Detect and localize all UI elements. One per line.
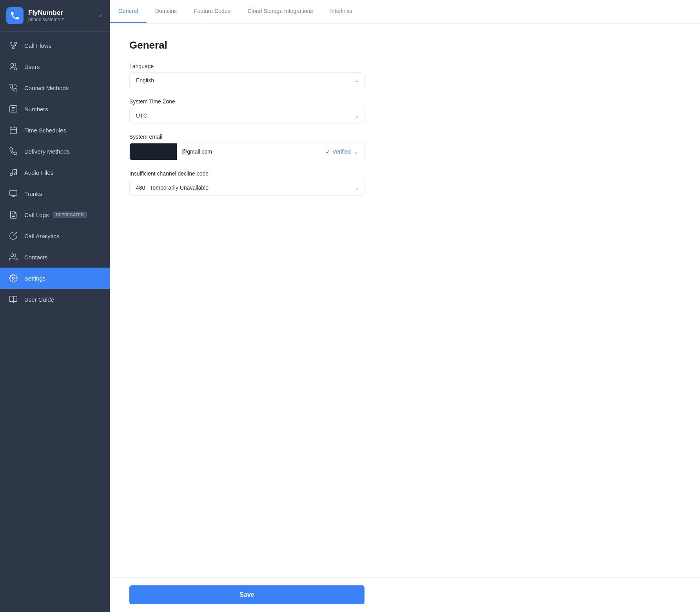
decline-code-label: Insufficient channel decline code [129, 170, 365, 177]
sidebar-item-label: Call Analytics [24, 233, 59, 239]
email-verified-status: ✓ Verified ⌄ [325, 148, 364, 156]
tab-general[interactable]: General [110, 0, 147, 23]
timezone-select[interactable]: UTC [129, 108, 365, 123]
email-label: System email [129, 134, 365, 140]
decline-code-select[interactable]: 480 - Temporarily Unavailable [129, 180, 365, 196]
settings-content: General Language English ⌄ System Time Z… [110, 24, 384, 577]
sidebar-item-call-analytics[interactable]: Call Analytics [0, 225, 110, 246]
language-section: Language English ⌄ [129, 63, 365, 88]
audio-files-icon [8, 167, 19, 178]
tab-cloud-storage[interactable]: Cloud Storage Integrations [239, 0, 322, 23]
top-nav: General Domains Feature Codes Cloud Stor… [110, 0, 700, 24]
language-label: Language [129, 63, 365, 69]
call-logs-icon [8, 209, 19, 220]
sidebar-item-time-schedules[interactable]: Time Schedules [0, 120, 110, 141]
users-icon [8, 61, 19, 72]
brand-sub: phone.systems™ [28, 17, 98, 22]
call-flows-icon [8, 40, 19, 51]
tab-interlinks[interactable]: Interlinks [321, 0, 361, 23]
svg-point-15 [11, 254, 14, 257]
sidebar-item-label: Time Schedules [24, 127, 66, 134]
svg-point-11 [15, 173, 17, 175]
sidebar-item-audio-files[interactable]: Audio Files [0, 162, 110, 183]
sidebar-item-label: Delivery Methods [24, 148, 70, 155]
sidebar: FlyNumber phone.systems™ ‹ Call Flows Us… [0, 0, 110, 612]
sidebar-item-label: User Guide [24, 296, 54, 303]
svg-rect-12 [10, 190, 17, 196]
verified-text: Verified [332, 148, 351, 155]
main-content: General Domains Feature Codes Cloud Stor… [110, 0, 700, 612]
sidebar-item-label: Settings [24, 275, 45, 282]
svg-point-16 [12, 277, 15, 279]
sidebar-item-label: Call Flows [24, 42, 51, 49]
email-redacted [130, 143, 177, 160]
delivery-methods-icon [8, 146, 19, 157]
sidebar-item-label: Call Logs [24, 212, 49, 218]
sidebar-item-user-guide[interactable]: User Guide [0, 289, 110, 310]
sidebar-item-label: Users [24, 63, 40, 70]
sidebar-nav: Call Flows Users Contact Methods Numbers [0, 32, 110, 612]
sidebar-item-label: Numbers [24, 106, 48, 112]
contact-methods-icon [8, 82, 19, 93]
settings-icon [8, 273, 19, 284]
chevron-down-icon: ⌄ [354, 149, 359, 155]
content-footer: Save [110, 577, 700, 612]
sidebar-item-label: Contact Methods [24, 85, 69, 91]
time-schedules-icon [8, 125, 19, 136]
sidebar-item-label: Audio Files [24, 169, 53, 176]
deprecated-badge: Deprecated [53, 212, 87, 218]
user-guide-icon [8, 294, 19, 305]
svg-rect-6 [10, 127, 17, 134]
sidebar-item-users[interactable]: Users [0, 56, 110, 77]
app-logo [6, 7, 24, 24]
contacts-icon [8, 252, 19, 263]
email-section: System email @gmail.com ✓ Verified ⌄ [129, 134, 365, 160]
sidebar-item-call-logs[interactable]: Call Logs Deprecated [0, 204, 110, 225]
timezone-select-wrapper: UTC ⌄ [129, 108, 365, 123]
tab-domains[interactable]: Domains [147, 0, 185, 23]
sidebar-item-label: Trunks [24, 190, 42, 197]
timezone-label: System Time Zone [129, 98, 365, 105]
sidebar-item-delivery-methods[interactable]: Delivery Methods [0, 141, 110, 162]
brand-name: FlyNumber [28, 9, 98, 17]
sidebar-item-numbers[interactable]: Numbers [0, 98, 110, 120]
timezone-section: System Time Zone UTC ⌄ [129, 98, 365, 123]
email-suffix: @gmail.com [177, 144, 325, 159]
page-title: General [129, 39, 365, 51]
save-button[interactable]: Save [129, 585, 365, 604]
language-select[interactable]: English [129, 72, 365, 88]
sidebar-collapse-button[interactable]: ‹ [98, 11, 103, 21]
sidebar-item-contacts[interactable]: Contacts [0, 246, 110, 268]
phone-icon [10, 11, 20, 21]
sidebar-item-contact-methods[interactable]: Contact Methods [0, 77, 110, 98]
svg-point-10 [10, 174, 13, 176]
tab-feature-codes[interactable]: Feature Codes [185, 0, 239, 23]
numbers-icon [8, 103, 19, 114]
language-select-wrapper: English ⌄ [129, 72, 365, 88]
decline-code-section: Insufficient channel decline code 480 - … [129, 170, 365, 196]
checkmark-icon: ✓ [325, 148, 330, 156]
brand-info: FlyNumber phone.systems™ [28, 9, 98, 22]
sidebar-header: FlyNumber phone.systems™ ‹ [0, 0, 110, 32]
email-field-wrapper: @gmail.com ✓ Verified ⌄ [129, 143, 365, 160]
sidebar-item-trunks[interactable]: Trunks [0, 183, 110, 204]
svg-point-4 [11, 63, 14, 66]
trunks-icon [8, 188, 19, 199]
sidebar-item-call-flows[interactable]: Call Flows [0, 35, 110, 56]
decline-code-select-wrapper: 480 - Temporarily Unavailable ⌄ [129, 180, 365, 196]
content-wrapper: General Language English ⌄ System Time Z… [110, 24, 700, 612]
sidebar-item-settings[interactable]: Settings [0, 268, 110, 289]
call-analytics-icon [8, 230, 19, 241]
sidebar-item-label: Contacts [24, 254, 47, 261]
